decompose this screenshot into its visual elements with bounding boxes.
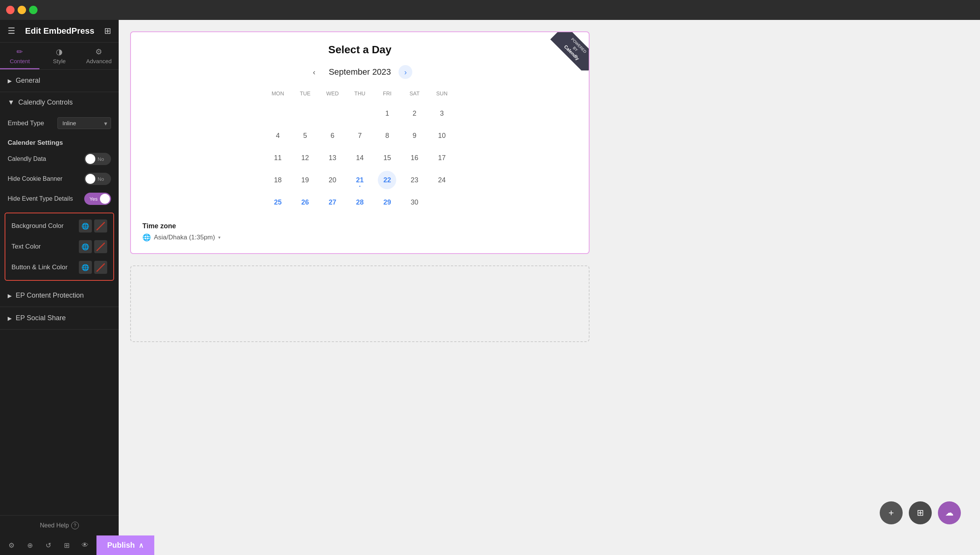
publish-chevron-icon: ∧ <box>139 541 144 550</box>
tab-style[interactable]: ◑ Style <box>39 43 79 69</box>
calendly-controls-label: Calendly Controls <box>18 98 73 106</box>
tab-advanced[interactable]: ⚙ Advanced <box>79 43 119 69</box>
background-color-globe-btn[interactable]: 🌐 <box>79 219 92 232</box>
section-general-header[interactable]: ▶ General <box>0 70 119 92</box>
background-color-label: Background Color <box>11 222 64 230</box>
cal-day-10: 10 <box>433 126 451 145</box>
cal-day-28[interactable]: 28 <box>351 193 369 211</box>
cal-day-20: 20 <box>323 171 342 189</box>
minimize-button[interactable] <box>18 6 26 14</box>
cal-day-empty <box>269 104 287 123</box>
section-ep-content-protection-header[interactable]: ▶ EP Content Protection <box>0 285 119 307</box>
cal-day-6: 6 <box>323 126 342 145</box>
advanced-tab-icon: ⚙ <box>95 47 102 56</box>
button-link-color-globe-btn[interactable]: 🌐 <box>79 261 92 274</box>
cal-day-1: 1 <box>378 104 396 123</box>
calendly-arrow-icon: ▼ <box>8 98 15 106</box>
bottom-toolbar: ⚙ ⊕ ↺ ⊞ 👁 Publish ∧ <box>0 535 119 555</box>
next-month-button[interactable]: › <box>399 65 412 79</box>
calendly-badge-inner: POWERED BY Calendly <box>550 32 589 70</box>
day-name-sun: SUN <box>428 88 456 99</box>
day-name-tue: TUE <box>291 88 318 99</box>
cal-day-19: 19 <box>296 171 314 189</box>
maximize-button[interactable] <box>29 6 38 14</box>
section-calendly-controls: ▼ Calendly Controls Embed Type Inline Po… <box>0 92 119 281</box>
sidebar-tabs: ✏ Content ◑ Style ⚙ Advanced <box>0 43 119 70</box>
calendar-month: September 2023 <box>329 67 391 77</box>
grid-icon[interactable]: ⊞ <box>104 26 111 36</box>
hide-event-toggle-text: Yes <box>90 196 98 202</box>
cal-day-8: 8 <box>378 126 396 145</box>
undo-icon[interactable]: ↺ <box>43 540 54 551</box>
cal-day-16: 16 <box>405 149 424 167</box>
content-tab-icon: ✏ <box>16 47 23 56</box>
cal-day-4: 4 <box>269 126 287 145</box>
embed-type-row: Embed Type Inline Popup ▾ <box>0 113 119 134</box>
button-link-color-label: Button & Link Color <box>11 264 67 271</box>
prev-month-button[interactable]: ‹ <box>307 65 321 79</box>
color-section: Background Color 🌐 Text Color 🌐 <box>5 213 114 281</box>
tab-content[interactable]: ✏ Content <box>0 43 39 69</box>
need-help[interactable]: Need Help ? <box>0 516 119 535</box>
hide-event-toggle[interactable]: Yes <box>84 193 111 205</box>
text-color-globe-btn[interactable]: 🌐 <box>79 240 92 253</box>
cal-day-empty <box>433 193 451 211</box>
general-label: General <box>16 77 40 85</box>
embed-type-label: Embed Type <box>8 120 44 127</box>
button-link-color-row: Button & Link Color 🌐 <box>5 257 113 278</box>
toggle-knob <box>85 174 95 184</box>
settings-icon[interactable]: ⚙ <box>6 540 17 551</box>
embed-type-select[interactable]: Inline Popup <box>57 117 111 129</box>
cal-day-27[interactable]: 27 <box>323 193 342 211</box>
day-name-mon: MON <box>264 88 291 99</box>
cloud-button[interactable]: ☁ <box>938 501 961 524</box>
calendly-controls-header[interactable]: ▼ Calendly Controls <box>0 92 119 113</box>
empty-content-area <box>130 265 590 342</box>
cal-day-25[interactable]: 25 <box>269 193 287 211</box>
text-color-swatch[interactable] <box>94 240 107 253</box>
cal-day-14: 14 <box>351 149 369 167</box>
cal-day-5: 5 <box>296 126 314 145</box>
hide-cookie-toggle[interactable]: No <box>84 173 111 185</box>
toolbar-icons: ⚙ ⊕ ↺ ⊞ 👁 <box>0 536 96 555</box>
cal-day-22[interactable]: 22 <box>378 171 396 189</box>
grid-view-icon[interactable]: ⊞ <box>61 540 72 551</box>
section-ep-social-share: ▶ EP Social Share <box>0 307 119 330</box>
need-help-text: Need Help <box>40 522 69 529</box>
calendar-day-headers: MON TUE WED THU FRI SAT SUN <box>264 88 456 99</box>
cal-day-26[interactable]: 26 <box>296 193 314 211</box>
section-ep-social-share-header[interactable]: ▶ EP Social Share <box>0 307 119 329</box>
publish-label: Publish <box>107 541 135 550</box>
add-button[interactable]: + <box>880 501 903 524</box>
toggle-knob <box>100 194 110 204</box>
calendar-days: 1 2 3 4 5 6 7 8 9 10 11 12 13 14 15 16 1… <box>264 104 456 211</box>
hide-cookie-row: Hide Cookie Banner No <box>0 169 119 189</box>
sidebar: ☰ Edit EmbedPress ⊞ ✏ Content ◑ Style ⚙ … <box>0 20 119 555</box>
button-link-color-swatch[interactable] <box>94 261 107 274</box>
eye-icon[interactable]: 👁 <box>80 540 90 551</box>
cal-day-12: 12 <box>296 149 314 167</box>
color-slash-icon <box>96 263 105 272</box>
timezone-text: Asia/Dhaka (1:35pm) <box>154 234 215 241</box>
background-color-swatch[interactable] <box>94 219 107 232</box>
cal-day-24: 24 <box>433 171 451 189</box>
ep-content-arrow-icon: ▶ <box>8 293 12 299</box>
timezone-label: Time zone <box>142 222 577 230</box>
prev-month-icon: ‹ <box>313 68 315 77</box>
hamburger-icon[interactable]: ☰ <box>8 26 15 36</box>
ep-social-arrow-icon: ▶ <box>8 315 12 321</box>
timezone-value[interactable]: 🌐 Asia/Dhaka (1:35pm) ▾ <box>142 233 577 242</box>
publish-button[interactable]: Publish ∧ <box>96 535 154 555</box>
hide-cookie-label: Hide Cookie Banner <box>8 175 62 182</box>
close-button[interactable] <box>6 6 15 14</box>
background-color-controls: 🌐 <box>79 219 107 232</box>
cal-day-9: 9 <box>405 126 424 145</box>
cal-day-29[interactable]: 29 <box>378 193 396 211</box>
day-name-sat: SAT <box>401 88 428 99</box>
folder-button[interactable]: ⊞ <box>909 501 932 524</box>
calendly-data-toggle[interactable]: No <box>84 153 111 165</box>
cal-day-11: 11 <box>269 149 287 167</box>
calendar-widget: POWERED BY Calendly Select a Day ‹ Septe… <box>130 31 590 254</box>
layers-icon[interactable]: ⊕ <box>24 540 35 551</box>
cal-day-2: 2 <box>405 104 424 123</box>
